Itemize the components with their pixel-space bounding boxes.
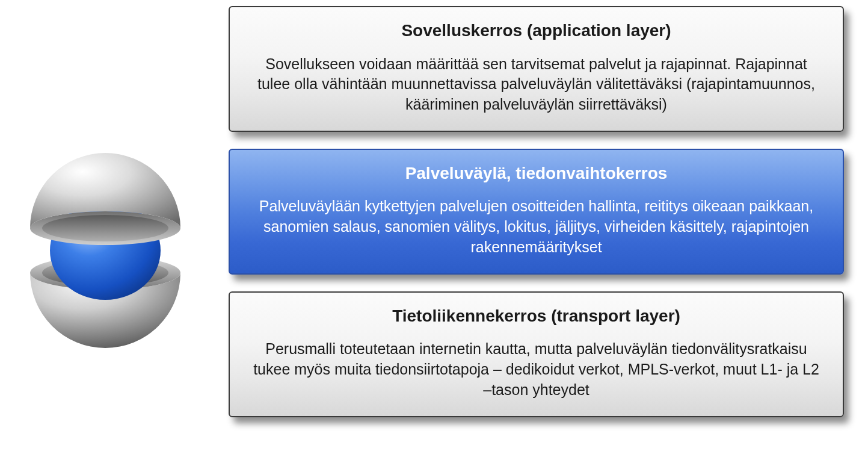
card-body: Sovellukseen voidaan määrittää sen tarvi… [248, 54, 825, 115]
card-title: Sovelluskerros (application layer) [248, 20, 825, 41]
transport-layer-card: Tietoliikennekerros (transport layer) Pe… [229, 291, 844, 417]
service-bus-layer-card: Palveluväylä, tiedonvaihtokerros Palvelu… [229, 149, 844, 275]
layered-sphere-illustration [18, 139, 192, 368]
layer-cards: Sovelluskerros (application layer) Sovel… [229, 6, 844, 417]
diagram-root: Sovelluskerros (application layer) Sovel… [0, 0, 868, 423]
application-layer-card: Sovelluskerros (application layer) Sovel… [229, 6, 844, 132]
card-title: Palveluväylä, tiedonvaihtokerros [248, 163, 825, 184]
svg-point-3 [42, 215, 168, 241]
card-body: Perusmalli toteutetaan internetin kautta… [248, 339, 825, 400]
card-body: Palveluväylään kytkettyjen palvelujen os… [248, 196, 825, 257]
top-shell-icon [30, 153, 180, 245]
card-title: Tietoliikennekerros (transport layer) [248, 306, 825, 326]
